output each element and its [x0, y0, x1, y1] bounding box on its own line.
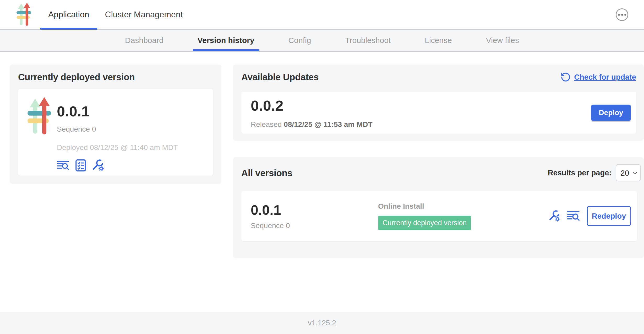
tab-view-files[interactable]: View files: [486, 30, 519, 51]
row-install-type: Online Install: [378, 202, 549, 211]
app-logo-icon: [28, 97, 51, 135]
redeploy-button[interactable]: Redeploy: [587, 206, 631, 226]
nav-tab-application-label: Application: [48, 10, 89, 19]
app-subnav: Dashboard Version history Config Trouble…: [0, 30, 644, 52]
available-updates-card: Available Updates Check for update 0.0.2…: [233, 64, 644, 141]
refresh-icon: [560, 72, 571, 82]
update-version-number: 0.0.2: [251, 97, 373, 114]
check-for-update-label: Check for update: [574, 73, 636, 82]
app-logo-icon: [16, 3, 31, 26]
deploy-button[interactable]: Deploy: [591, 105, 631, 121]
tab-troubleshoot[interactable]: Troubleshoot: [345, 30, 391, 51]
deployed-version-number: 0.0.1: [57, 103, 178, 120]
view-logs-icon[interactable]: [567, 210, 580, 222]
tab-version-history[interactable]: Version history: [198, 30, 254, 51]
preflight-checks-icon[interactable]: [75, 159, 86, 172]
tab-license[interactable]: License: [425, 30, 452, 51]
currently-deployed-card: Currently deployed version 0.0.1 Sequenc…: [10, 64, 221, 184]
tab-config[interactable]: Config: [288, 30, 311, 51]
more-options-button[interactable]: [616, 8, 628, 21]
nav-tab-cluster-management[interactable]: Cluster Management: [97, 0, 191, 29]
results-per-page-label: Results per page:: [548, 169, 612, 177]
all-versions-title: All versions: [241, 168, 292, 178]
version-row: 0.0.1 Sequence 0 Online Install Currentl…: [241, 191, 637, 241]
deployed-timestamp: Deployed 08/12/25 @ 11:40 am MDT: [57, 143, 178, 152]
deployed-version-panel: 0.0.1 Sequence 0 Deployed 08/12/25 @ 11:…: [18, 89, 213, 176]
deployed-card-title: Currently deployed version: [18, 72, 213, 82]
edit-config-icon[interactable]: [92, 159, 104, 171]
status-badge: Currently deployed version: [378, 216, 471, 230]
console-version: v1.125.2: [308, 319, 336, 327]
available-update-row: 0.0.2 Released 08/12/25 @ 11:53 am MDT D…: [241, 92, 636, 134]
all-versions-card: All versions Results per page: 20 0.: [233, 157, 644, 258]
row-version-number: 0.0.1: [251, 202, 378, 218]
tab-dashboard[interactable]: Dashboard: [125, 30, 163, 51]
results-per-page-select[interactable]: 20: [616, 164, 641, 181]
nav-tab-cluster-management-label: Cluster Management: [105, 10, 183, 19]
row-sequence: Sequence 0: [251, 222, 378, 230]
edit-config-icon[interactable]: [549, 210, 560, 222]
main-content: Currently deployed version 0.0.1 Sequenc…: [0, 52, 644, 312]
deployed-sequence: Sequence 0: [57, 125, 178, 133]
nav-tab-application[interactable]: Application: [40, 0, 97, 29]
app-header: Application Cluster Management: [0, 0, 644, 30]
ellipsis-icon: [618, 14, 620, 16]
available-updates-title: Available Updates: [241, 72, 319, 82]
app-footer: v1.125.2: [0, 312, 644, 334]
view-logs-icon[interactable]: [57, 160, 69, 171]
check-for-update-link[interactable]: Check for update: [560, 72, 636, 82]
update-released-timestamp: Released 08/12/25 @ 11:53 am MDT: [251, 120, 373, 129]
header-nav: Application Cluster Management: [40, 0, 191, 29]
